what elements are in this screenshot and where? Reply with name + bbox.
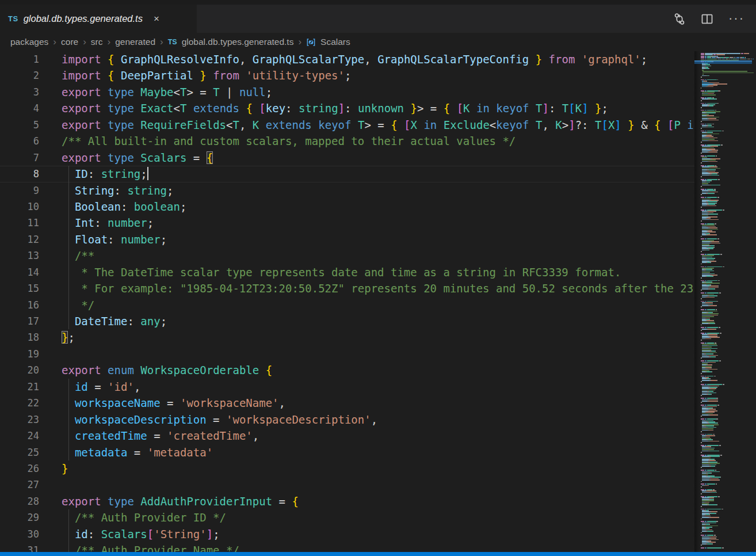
line-number[interactable]: 28 (0, 493, 39, 509)
line-number[interactable]: 5 (0, 117, 39, 133)
line-number[interactable]: 20 (0, 362, 39, 378)
line-number[interactable]: 17 (0, 313, 39, 329)
code-line[interactable]: 17 DateTime: any; (0, 313, 694, 329)
code-editor[interactable]: 1import { GraphQLResolveInfo, GraphQLSca… (0, 51, 756, 552)
line-number[interactable]: 12 (0, 231, 39, 247)
tab-bar: TS global.db.types.generated.ts × (0, 5, 756, 33)
code-line[interactable]: 6/** All built-in and custom scalars, ma… (0, 133, 694, 149)
line-number[interactable]: 26 (0, 460, 39, 477)
open-changes-icon[interactable] (673, 13, 686, 25)
line-number[interactable]: 15 (0, 280, 39, 296)
status-bar[interactable] (0, 552, 756, 556)
code-line[interactable]: 8 ID: string; (0, 166, 694, 182)
code-line[interactable]: 18}; (0, 329, 694, 345)
breadcrumb-item-src[interactable]: src (91, 37, 103, 47)
chevron-right-icon: › (298, 37, 301, 47)
code-line[interactable]: 10 Boolean: boolean; (0, 199, 694, 215)
breadcrumb-item-core[interactable]: core (61, 37, 78, 47)
minimap-current-line-highlight (694, 60, 752, 64)
line-number[interactable]: 31 (0, 542, 39, 552)
line-number[interactable]: 25 (0, 444, 39, 460)
title-bar-strip (0, 0, 756, 5)
vscode-window: TS global.db.types.generated.ts × (0, 0, 756, 556)
code-line[interactable]: 28export type AddAuthProviderInput = { (0, 493, 694, 509)
code-line[interactable]: 13 /** (0, 247, 694, 264)
minimap[interactable] (694, 51, 756, 552)
line-number[interactable]: 30 (0, 526, 39, 542)
code-line[interactable]: 3export type Maybe<T> = T | null; (0, 84, 694, 100)
line-number[interactable]: 14 (0, 264, 39, 280)
code-line[interactable]: 15 * For example: "1985-04-12T23:20:50.5… (0, 280, 694, 296)
tab-title: global.db.types.generated.ts (24, 13, 143, 24)
code-line[interactable]: 14 * The DateTime scalar type represents… (0, 264, 694, 280)
line-number[interactable]: 23 (0, 412, 39, 428)
line-number[interactable]: 6 (0, 133, 39, 149)
code-line[interactable]: 7export type Scalars = { (0, 150, 694, 166)
line-number[interactable]: 2 (0, 67, 39, 83)
chevron-right-icon: › (53, 37, 56, 47)
split-editor-icon[interactable] (701, 13, 713, 25)
line-number[interactable]: 1 (0, 51, 39, 67)
chevron-right-icon: › (160, 37, 163, 47)
symbol-variable-icon (306, 37, 316, 47)
line-number[interactable]: 27 (0, 477, 39, 493)
code-line[interactable]: 12 Float: number; (0, 231, 694, 247)
code-line[interactable]: 11 Int: number; (0, 215, 694, 231)
code-line[interactable]: 5export type RequireFields<T, K extends … (0, 117, 694, 133)
line-number[interactable]: 8 (0, 166, 39, 182)
editor-actions: ··· (673, 5, 756, 33)
line-number[interactable]: 11 (0, 215, 39, 231)
code-line[interactable]: 22 workspaceName = 'workspaceName', (0, 395, 694, 411)
code-line[interactable]: 29 /** Auth Provider ID */ (0, 509, 694, 525)
line-number[interactable]: 21 (0, 379, 39, 395)
breadcrumb-item-packages[interactable]: packages (10, 37, 48, 47)
code-line[interactable]: 4export type Exact<T extends { [key: str… (0, 100, 694, 116)
breadcrumb-item-symbol[interactable]: Scalars (320, 37, 350, 47)
line-number[interactable]: 4 (0, 100, 39, 116)
line-number[interactable]: 18 (0, 329, 39, 345)
minimap-lines (701, 53, 756, 549)
code-line[interactable]: 9 String: string; (0, 182, 694, 199)
code-line[interactable]: 31 /** Auth Provider Name */ (0, 542, 694, 552)
ts-icon: TS (8, 14, 18, 23)
code-line[interactable]: 2import { DeepPartial } from 'utility-ty… (0, 67, 694, 83)
line-number[interactable]: 10 (0, 199, 39, 215)
line-number[interactable]: 7 (0, 150, 39, 166)
code-line[interactable]: 20export enum WorkspaceOrderable { (0, 362, 694, 378)
line-number[interactable]: 16 (0, 297, 39, 313)
text-cursor (147, 167, 148, 180)
code-line[interactable]: 24 createdTime = 'createdTime', (0, 428, 694, 444)
code-line[interactable]: 1import { GraphQLResolveInfo, GraphQLSca… (0, 51, 694, 67)
code-line[interactable]: 21 id = 'id', (0, 379, 694, 395)
tab-active[interactable]: TS global.db.types.generated.ts × (0, 5, 197, 33)
ts-icon: TS (168, 38, 177, 46)
code-line[interactable]: 27 (0, 477, 694, 493)
line-number[interactable]: 9 (0, 182, 39, 199)
code-line[interactable]: 26} (0, 460, 694, 477)
close-icon[interactable]: × (154, 14, 159, 24)
code-line[interactable]: 25 metadata = 'metadata' (0, 444, 694, 460)
line-number[interactable]: 24 (0, 428, 39, 444)
code-line[interactable]: 23 workspaceDescription = 'workspaceDesc… (0, 412, 694, 428)
breadcrumb-item-generated[interactable]: generated (115, 37, 155, 47)
code-line[interactable]: 19 (0, 346, 694, 362)
code-line[interactable]: 16 */ (0, 297, 694, 313)
chevron-right-icon: › (83, 37, 86, 47)
line-number[interactable]: 29 (0, 509, 39, 525)
breadcrumb-item-file[interactable]: global.db.types.generated.ts (182, 37, 294, 47)
line-number[interactable]: 22 (0, 395, 39, 411)
line-number[interactable]: 3 (0, 84, 39, 100)
chevron-right-icon: › (108, 37, 111, 47)
more-actions-icon[interactable]: ··· (728, 16, 744, 21)
code-lines[interactable]: 1import { GraphQLResolveInfo, GraphQLSca… (0, 51, 694, 552)
code-line[interactable]: 30 id: Scalars['String']; (0, 526, 694, 542)
breadcrumb: packages › core › src › generated › TS g… (0, 33, 756, 51)
line-number[interactable]: 13 (0, 247, 39, 264)
line-number[interactable]: 19 (0, 346, 39, 362)
